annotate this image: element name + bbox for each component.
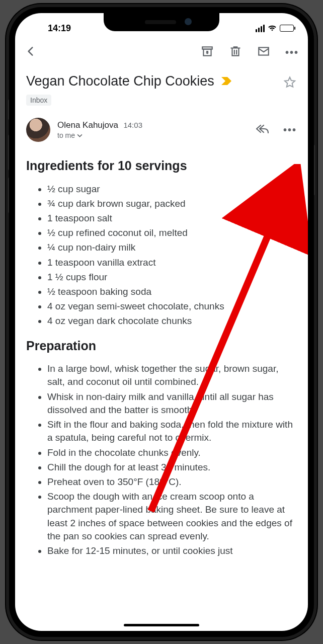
back-button[interactable] — [20, 45, 201, 60]
ingredient-item: 1 teaspoon vanilla extract — [47, 256, 297, 269]
ingredients-list: ½ cup sugar¾ cup dark brown sugar, packe… — [26, 183, 297, 328]
notch — [104, 13, 219, 31]
wifi-icon — [268, 25, 277, 32]
sender-name: Olena Kahujova — [57, 120, 118, 130]
ingredient-item: ½ teaspoon baking soda — [47, 285, 297, 298]
ingredient-item: 1 teaspoon salt — [47, 212, 297, 225]
chevron-down-icon — [77, 133, 83, 138]
preparation-step: Scoop the dough with an ice cream scoop … — [47, 490, 297, 543]
email-subject: Vegan Chocolate Chip Cookies — [26, 73, 278, 89]
label-chip-inbox[interactable]: Inbox — [26, 95, 51, 106]
preparation-list: In a large bowl, whisk together the suga… — [26, 362, 297, 557]
delete-button[interactable] — [229, 45, 242, 60]
ingredient-item: ½ cup refined coconut oil, melted — [47, 226, 297, 239]
ingredient-item: 1 ½ cups flour — [47, 271, 297, 284]
toolbar: ••• — [15, 38, 308, 66]
sender-time: 14:03 — [123, 121, 142, 129]
status-time: 14:19 — [29, 23, 90, 34]
cellular-icon — [256, 25, 265, 32]
archive-button[interactable] — [201, 45, 214, 60]
ingredient-item: ¼ cup non-dairy milk — [47, 241, 297, 254]
ingredient-item: ½ cup sugar — [47, 183, 297, 196]
toolbar-more-button[interactable]: ••• — [285, 47, 299, 58]
avatar[interactable] — [26, 118, 50, 142]
message-more-button[interactable]: ••• — [283, 124, 297, 136]
ingredient-item: ¾ cup dark brown sugar, packed — [47, 197, 297, 210]
reply-all-button[interactable] — [255, 123, 269, 136]
preparation-step: Chill the dough for at least 30 minutes. — [47, 461, 297, 474]
preparation-heading: Preparation — [26, 337, 297, 355]
preparation-step: Fold in the chocolate chunks evenly. — [47, 446, 297, 459]
ingredient-item: 4 oz vegan semi-sweet chocolate, chunks — [47, 300, 297, 313]
star-button[interactable] — [283, 75, 297, 92]
sender-row[interactable]: Olena Kahujova 14:03 to me ••• — [15, 114, 308, 151]
preparation-step: In a large bowl, whisk together the suga… — [47, 362, 297, 388]
preparation-step: Sift in the flour and baking soda, then … — [47, 418, 297, 444]
email-body[interactable]: Ingredients for 10 servings ½ cup sugar¾… — [15, 151, 308, 631]
ingredient-item: 4 oz vegan dark chocolate chunks — [47, 314, 297, 328]
preparation-step: Preheat oven to 350°F (180°C). — [47, 475, 297, 489]
recipient-expand[interactable]: to me — [57, 131, 248, 139]
preparation-step: Bake for 12-15 minutes, or until cookies… — [47, 544, 297, 557]
home-indicator[interactable] — [124, 624, 199, 626]
preparation-step: Whisk in non-dairy milk and vanilla, unt… — [47, 390, 297, 417]
ingredients-heading: Ingredients for 10 servings — [26, 157, 297, 175]
mark-unread-button[interactable] — [257, 45, 270, 60]
important-marker-icon[interactable] — [221, 73, 232, 89]
battery-icon — [280, 25, 294, 32]
